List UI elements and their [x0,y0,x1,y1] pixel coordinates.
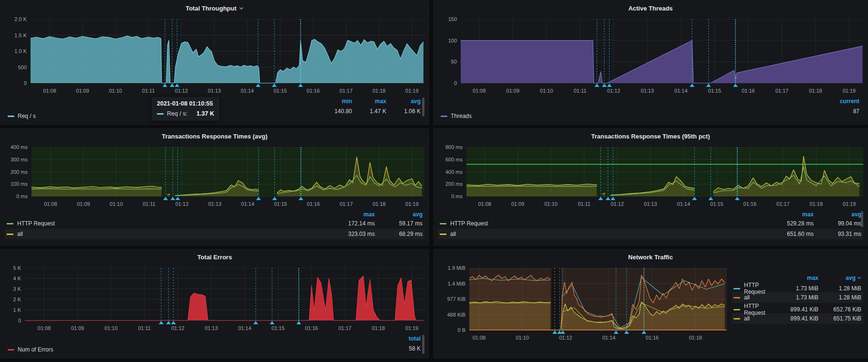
panel-header-active-threads[interactable]: Active Threads [438,3,863,13]
panel-response-times-95pct: Transactions Response Times (95th pct) 8… [433,128,868,246]
panel-header-total-errors[interactable]: Total Errors [5,252,424,262]
x-axis: 01:0801:1001:1201:1401:1601:18 [469,335,727,342]
legend-series-http-request[interactable]: HTTP Request [734,282,775,295]
legend-table-headers: max avg [438,210,863,218]
plot-area[interactable] [31,19,424,87]
legend-series-http-request[interactable]: HTTP Request [7,220,322,227]
panel-network-traffic: Network Traffic 1.9 MiB1.4 MiB977 KiB488… [433,249,868,359]
x-axis: 01:0801:0901:1001:1101:1201:1301:1401:15… [31,88,424,96]
stat-max: 1.47 K [352,108,386,115]
series-color-dash [734,309,740,310]
panel-title: Transactions Response Times (avg) [162,133,268,140]
series-color-dash [7,223,13,224]
stat-max: 651.60 ms [761,231,814,237]
legend-series-all[interactable]: all [440,231,761,237]
legend-series-http-request[interactable]: HTTP Request [734,303,775,316]
chart-region: 5 K4 K3 K2 K1 K0 [5,268,424,325]
legend-stats: min max avg 140.80 1.47 K 1.06 K [318,98,421,115]
legend-sort-avg[interactable]: avg [375,211,423,218]
legend-stats: current 87 [825,98,859,115]
legend-table: max avg HTTP Request 172.14 ms 59.17 ms … [5,210,424,246]
panel-active-threads: Active Threads 150100500 01:0801:0901:10… [433,0,868,125]
legend-sort-max[interactable]: max [352,98,386,105]
legend-sort-total[interactable]: total [386,335,421,342]
legend-sort-max[interactable]: max [775,275,818,281]
chart-region: 2.0 K1.5 K1.0 K5000 [5,19,424,87]
stat-min: 140.80 [318,108,352,115]
legend-label: HTTP Request [744,303,775,316]
stat-max: 899.41 KiB [775,306,818,313]
stat-max: 323.03 ms [322,231,375,237]
stat-max: 529.28 ms [761,220,814,227]
legend-row-http-request: HTTP Request 529.28 ms 99.04 ms [438,218,863,229]
panel-title: Transactions Response Times (95th pct) [591,133,710,140]
stat-max: 1.73 MiB [775,294,818,301]
stat-avg: 59.17 ms [375,220,423,227]
legend-sort-min[interactable]: min [318,98,352,105]
legend-side-table: max avg HTTP Request 1.73 MiB 1.28 MiB [732,274,863,334]
series-color-dash [440,234,446,235]
legend-sort-avg[interactable]: avg [818,275,861,281]
panel-title: Total Throughput [186,5,237,12]
legend-label: all [744,294,750,301]
legend: Threads current 87 [438,96,863,125]
chart-region: 400 ms300 ms200 ms100 ms0 ms [5,147,424,201]
legend-series-threads[interactable]: Threads [441,113,472,119]
panel-header-total-throughput[interactable]: Total Throughput [5,3,424,13]
plot-area[interactable] [469,268,727,334]
panel-total-throughput: Total Throughput 2.0 K1.5 K1.0 K5000 01:… [0,0,429,125]
legend-label: all [744,315,750,322]
legend-scrollbar[interactable] [422,97,424,117]
legend-row-all: all 651.60 ms 93.31 ms [438,229,863,239]
plot-area[interactable] [461,19,863,87]
series-color-dash [7,234,13,235]
legend-stats: total 58 K [386,335,421,352]
legend-row-all: all 323.03 ms 68.29 ms [5,229,424,239]
panel-header-response-times-avg[interactable]: Transactions Response Times (avg) [5,131,424,141]
panel-header-network-traffic[interactable]: Network Traffic [438,252,863,262]
legend-sort-current[interactable]: current [825,98,859,105]
stat-current: 87 [825,108,859,115]
legend-label: HTTP Request [744,282,775,295]
series-color-dash [8,116,14,117]
panel-header-response-times-95pct[interactable]: Transactions Response Times (95th pct) [438,131,863,141]
legend-series-num-of-errors[interactable]: Num of Errors [8,346,53,353]
plot-area[interactable] [25,268,424,325]
legend-sort-max[interactable]: max [761,211,814,218]
legend-sort-avg[interactable]: avg [814,211,861,218]
legend-series-all[interactable]: all [734,294,775,301]
plot-area[interactable] [466,147,863,201]
legend-sort-max[interactable]: max [322,211,375,218]
legend-sort-avg[interactable]: avg [386,98,421,105]
legend-label: Req / s [18,113,36,119]
legend-row-all-sent: all 899.41 KiB 651.75 KiB [732,313,863,324]
stat-avg: 652.76 KiB [818,306,861,313]
chevron-down-icon [239,7,244,10]
series-color-dash [734,318,740,319]
legend-series-all[interactable]: all [734,315,775,322]
stat-avg: 1.28 MiB [818,285,861,292]
tooltip-series-label: Req / s: [167,110,187,117]
y-axis: 1.9 MiB1.4 MiB977 KiB488 KiB0 B [438,268,469,334]
legend-scrollbar[interactable] [422,335,424,354]
series-color-dash [441,116,447,117]
legend-series-all[interactable]: all [7,231,322,237]
tooltip-series-dash [157,113,164,115]
series-color-dash [8,349,14,351]
legend-series-reqs[interactable]: Req / s [8,113,36,119]
legend-table-headers: max avg [5,210,424,218]
legend-table: max avg HTTP Request 529.28 ms 99.04 ms … [438,210,863,246]
legend-series-http-request[interactable]: HTTP Request [440,220,761,227]
y-axis: 5 K4 K3 K2 K1 K0 [5,268,25,325]
stat-avg: 1.28 MiB [818,294,861,301]
legend-label: all [17,231,23,237]
x-axis: 01:0801:0901:1001:1101:1201:1301:1401:15… [31,201,424,209]
legend-label: all [450,231,456,237]
chart-region: 1.9 MiB1.4 MiB977 KiB488 KiB0 B max avg … [438,268,863,334]
tooltip-timestamp: 2021-01-08 01:10:55 [157,100,214,107]
plot-area[interactable] [31,147,424,201]
stat-max: 899.41 KiB [775,315,818,322]
legend-scrollbar[interactable] [861,211,863,227]
x-axis: 01:0801:0901:1001:1101:1201:1301:1401:15… [25,325,424,333]
legend-label: Num of Errors [18,346,53,353]
